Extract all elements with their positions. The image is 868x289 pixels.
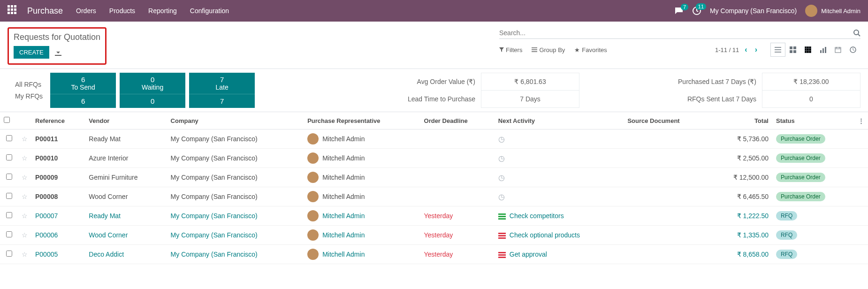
star-icon[interactable]: ☆ bbox=[18, 245, 31, 264]
row-checkbox[interactable] bbox=[6, 135, 12, 141]
table-row[interactable]: ☆ P00009 Gemini Furniture My Company (Sa… bbox=[0, 168, 868, 187]
create-button[interactable]: CREATE bbox=[14, 46, 49, 59]
star-icon[interactable]: ☆ bbox=[18, 129, 31, 149]
activity-bars-icon[interactable] bbox=[498, 233, 506, 239]
row-checkbox[interactable] bbox=[6, 231, 12, 237]
col-source[interactable]: Source Document bbox=[624, 112, 710, 129]
row-checkbox[interactable] bbox=[6, 251, 12, 257]
activity-icon[interactable]: 11 bbox=[692, 6, 701, 15]
dash-label-all[interactable]: All RFQs bbox=[15, 81, 43, 88]
cell-company[interactable]: My Company (San Francisco) bbox=[171, 231, 258, 239]
import-icon[interactable] bbox=[55, 49, 61, 56]
cell-company[interactable]: My Company (San Francisco) bbox=[171, 135, 258, 143]
cell-vendor[interactable]: Azure Interior bbox=[89, 154, 128, 162]
view-activity[interactable] bbox=[845, 43, 860, 57]
activity-text[interactable]: Check optional products bbox=[510, 231, 580, 239]
table-row[interactable]: ☆ P00006 Wood Corner My Company (San Fra… bbox=[0, 226, 868, 245]
dash-card[interactable]: 6To Send6 bbox=[50, 73, 116, 108]
cell-reference[interactable]: P00010 bbox=[35, 154, 58, 162]
col-company[interactable]: Company bbox=[167, 112, 304, 129]
cell-vendor[interactable]: Wood Corner bbox=[89, 193, 128, 200]
clock-icon[interactable] bbox=[498, 136, 505, 143]
col-status[interactable]: Status bbox=[772, 112, 854, 129]
column-options-icon[interactable] bbox=[858, 117, 864, 124]
cell-vendor[interactable]: Gemini Furniture bbox=[89, 174, 137, 181]
filters-button[interactable]: Filters bbox=[499, 46, 522, 53]
view-list[interactable] bbox=[770, 43, 785, 57]
col-activity[interactable]: Next Activity bbox=[495, 112, 624, 129]
cell-reference[interactable]: P00006 bbox=[35, 231, 58, 239]
pager-next[interactable]: › bbox=[753, 46, 759, 54]
nav-reporting[interactable]: Reporting bbox=[148, 7, 177, 15]
cell-reference[interactable]: P00011 bbox=[35, 135, 58, 143]
cell-rep[interactable]: Mitchell Admin bbox=[322, 251, 365, 258]
view-kanban[interactable] bbox=[785, 43, 800, 57]
cell-company[interactable]: My Company (San Francisco) bbox=[171, 154, 258, 162]
star-icon[interactable]: ☆ bbox=[18, 168, 31, 187]
view-calendar[interactable] bbox=[830, 43, 845, 57]
cell-company[interactable]: My Company (San Francisco) bbox=[171, 193, 258, 200]
col-vendor[interactable]: Vendor bbox=[85, 112, 167, 129]
cell-reference[interactable]: P00005 bbox=[35, 251, 58, 258]
cell-rep[interactable]: Mitchell Admin bbox=[322, 193, 365, 200]
row-checkbox[interactable] bbox=[6, 174, 12, 180]
cell-rep[interactable]: Mitchell Admin bbox=[322, 135, 365, 143]
dash-card[interactable]: 7Late7 bbox=[189, 73, 255, 108]
table-row[interactable]: ☆ P00010 Azure Interior My Company (San … bbox=[0, 149, 868, 168]
row-checkbox[interactable] bbox=[6, 193, 12, 199]
cell-reference[interactable]: P00007 bbox=[35, 212, 58, 220]
table-row[interactable]: ☆ P00008 Wood Corner My Company (San Fra… bbox=[0, 187, 868, 206]
star-icon[interactable]: ☆ bbox=[18, 226, 31, 245]
table-row[interactable]: ☆ P00005 Deco Addict My Company (San Fra… bbox=[0, 245, 868, 264]
select-all-checkbox[interactable] bbox=[4, 117, 10, 123]
view-pivot[interactable] bbox=[800, 43, 815, 57]
cell-rep[interactable]: Mitchell Admin bbox=[322, 212, 365, 220]
star-icon[interactable]: ☆ bbox=[18, 187, 31, 206]
col-reference[interactable]: Reference bbox=[31, 112, 85, 129]
cell-company[interactable]: My Company (San Francisco) bbox=[171, 174, 258, 181]
app-brand[interactable]: Purchase bbox=[27, 6, 63, 16]
table-row[interactable]: ☆ P00007 Ready Mat My Company (San Franc… bbox=[0, 206, 868, 226]
row-checkbox[interactable] bbox=[6, 154, 12, 160]
cell-vendor[interactable]: Wood Corner bbox=[89, 231, 128, 239]
company-selector[interactable]: My Company (San Francisco) bbox=[710, 7, 797, 15]
activity-text[interactable]: Check competitors bbox=[510, 212, 564, 220]
favorites-button[interactable]: ★ Favorites bbox=[574, 46, 607, 53]
activity-bars-icon[interactable] bbox=[498, 213, 506, 220]
dash-card[interactable]: 0Waiting0 bbox=[120, 73, 185, 108]
dash-label-my[interactable]: My RFQs bbox=[15, 92, 43, 100]
col-deadline[interactable]: Order Deadline bbox=[420, 112, 495, 129]
row-checkbox[interactable] bbox=[6, 212, 12, 218]
groupby-button[interactable]: Group By bbox=[532, 46, 565, 53]
nav-products[interactable]: Products bbox=[109, 7, 135, 15]
user-menu[interactable]: Mitchell Admin bbox=[805, 5, 860, 17]
cell-vendor[interactable]: Deco Addict bbox=[89, 251, 124, 258]
col-total[interactable]: Total bbox=[710, 112, 772, 129]
table-row[interactable]: ☆ P00011 Ready Mat My Company (San Franc… bbox=[0, 129, 868, 149]
star-icon[interactable]: ☆ bbox=[18, 206, 31, 226]
pager-text[interactable]: 1-11 / 11 bbox=[715, 46, 739, 53]
clock-icon[interactable] bbox=[498, 174, 505, 182]
pager-prev[interactable]: ‹ bbox=[743, 46, 749, 54]
clock-icon[interactable] bbox=[498, 155, 505, 162]
activity-text[interactable]: Get approval bbox=[510, 251, 547, 258]
messaging-icon[interactable]: 7 bbox=[674, 7, 684, 15]
cell-rep[interactable]: Mitchell Admin bbox=[322, 154, 365, 162]
view-graph[interactable] bbox=[815, 43, 830, 57]
cell-reference[interactable]: P00008 bbox=[35, 193, 58, 200]
nav-configuration[interactable]: Configuration bbox=[190, 7, 229, 15]
cell-reference[interactable]: P00009 bbox=[35, 174, 58, 181]
star-icon[interactable]: ☆ bbox=[18, 149, 31, 168]
cell-rep[interactable]: Mitchell Admin bbox=[322, 231, 365, 239]
cell-vendor[interactable]: Ready Mat bbox=[89, 212, 121, 220]
cell-rep[interactable]: Mitchell Admin bbox=[322, 174, 365, 181]
activity-bars-icon[interactable] bbox=[498, 252, 506, 258]
cell-vendor[interactable]: Ready Mat bbox=[89, 135, 121, 143]
col-rep[interactable]: Purchase Representative bbox=[304, 112, 420, 129]
cell-company[interactable]: My Company (San Francisco) bbox=[171, 251, 258, 258]
apps-menu-icon[interactable] bbox=[8, 5, 19, 16]
clock-icon[interactable] bbox=[498, 193, 505, 201]
search-bar[interactable] bbox=[499, 27, 860, 39]
cell-company[interactable]: My Company (San Francisco) bbox=[171, 212, 258, 220]
nav-orders[interactable]: Orders bbox=[76, 7, 96, 15]
